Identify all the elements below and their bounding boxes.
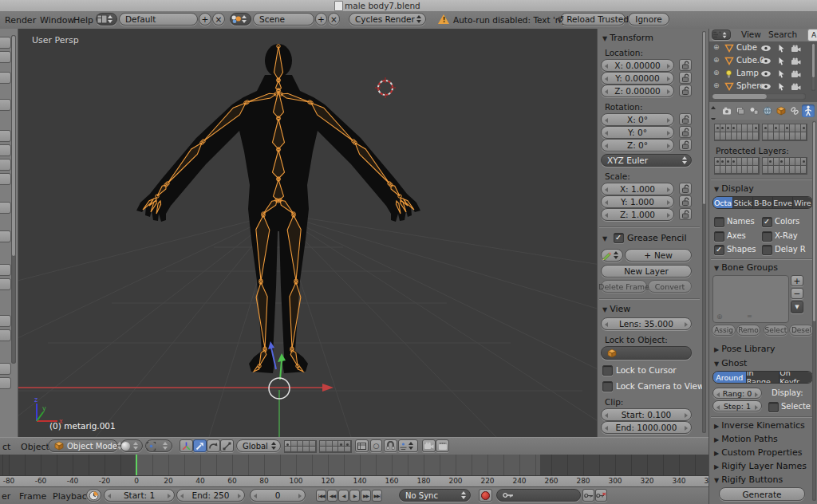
selectability-icon[interactable] [778, 69, 785, 78]
lock-camera-to-view-checkbox[interactable] [602, 381, 613, 392]
tool-button[interactable] [0, 159, 11, 171]
manipulator-scale-button[interactable] [220, 439, 234, 452]
tool-shelf-scrollbar[interactable] [11, 35, 16, 364]
orientation-dropdown[interactable]: Global [236, 439, 281, 452]
rigify-buttons-panel-header[interactable]: ▼Rigify Buttons [714, 474, 783, 485]
render-opengl-anim-button[interactable] [436, 439, 449, 452]
n-panel-scrollbar-thumb[interactable] [702, 31, 706, 205]
scale-x-field[interactable]: X: 1.000 [601, 183, 674, 195]
protected-layers-grid-1[interactable] [714, 157, 760, 175]
manipulator-translate-button[interactable] [193, 439, 207, 452]
axes-checkbox[interactable] [714, 231, 724, 242]
outliner-row[interactable]: ⊕ Cube [709, 42, 817, 54]
delete-layout-button[interactable]: × [212, 13, 225, 26]
grease-pencil-new-button[interactable]: +New [625, 249, 692, 262]
delete-keyframe-button[interactable] [595, 489, 607, 502]
ignore-button[interactable]: Ignore [628, 13, 669, 26]
editor-type-timeline-button[interactable] [86, 489, 101, 502]
custom-properties-panel-header[interactable]: ▶Custom Properties [714, 447, 802, 458]
tool-button[interactable] [0, 144, 11, 156]
lens-field[interactable]: Lens: 35.000 [601, 317, 692, 330]
timeline-playhead[interactable] [136, 455, 137, 475]
tool-button[interactable] [0, 264, 11, 276]
3d-cursor[interactable] [375, 77, 396, 98]
remove-bone-group-button[interactable]: − [791, 288, 803, 299]
clip-end-field[interactable]: End: 1000.000 [601, 421, 692, 434]
visibility-eye-icon[interactable] [760, 70, 772, 77]
colors-checkbox[interactable] [762, 217, 772, 227]
prev-keyframe-button[interactable]: ◀◀ [327, 490, 337, 502]
properties-scrollbar[interactable] [812, 121, 816, 501]
jump-to-start-button[interactable]: |◀◀ [316, 490, 326, 502]
jump-to-end-button[interactable]: ▶▶| [372, 490, 382, 502]
shading-dropdown[interactable] [120, 439, 143, 452]
delete-frame-button[interactable]: Delete Frame [601, 280, 647, 293]
tool-button[interactable] [0, 377, 11, 389]
grease-pencil-draw-mode-button[interactable] [601, 249, 623, 262]
visibility-eye-icon[interactable] [760, 57, 772, 65]
keying-set-field[interactable] [496, 489, 581, 502]
menu-help[interactable]: Help [73, 15, 93, 26]
add-bone-group-button[interactable]: + [791, 275, 803, 286]
ghost-selected-checkbox[interactable] [768, 402, 779, 412]
expand-icon[interactable]: ⊕ [713, 69, 720, 77]
current-frame-field[interactable]: 0 [250, 489, 306, 502]
lock-rotation-z-button[interactable] [679, 139, 692, 151]
names-checkbox[interactable] [714, 217, 724, 227]
display-panel-header[interactable]: ▼Display [714, 183, 754, 194]
play-button[interactable]: ▶ [349, 490, 360, 502]
lock-location-x-button[interactable] [679, 59, 692, 71]
reload-trusted-button[interactable]: ↺Reload Trusted [560, 13, 626, 26]
renderability-icon[interactable] [791, 83, 801, 91]
assign-button[interactable]: Assig [712, 325, 736, 336]
render-border-button[interactable] [355, 439, 369, 452]
render-opengl-button[interactable] [422, 439, 436, 452]
menu-select-partial[interactable]: ct [2, 442, 10, 452]
tab-armature-data[interactable] [802, 104, 815, 117]
start-frame-field[interactable]: Start: 1 [104, 489, 175, 502]
inverse-kinematics-panel-header[interactable]: ▶Inverse Kinematics [714, 420, 805, 431]
convert-button[interactable]: Convert [648, 280, 692, 293]
insert-keyframe-button[interactable] [582, 489, 594, 502]
lock-to-object-field[interactable] [601, 346, 692, 360]
ghost-on-keyframe[interactable]: On Keyfr [780, 372, 812, 383]
add-layout-button[interactable]: + [199, 13, 211, 26]
transform-panel-header[interactable]: ▼Transform [602, 33, 653, 43]
armature-layers-grid-1[interactable] [714, 124, 760, 141]
shapes-checkbox[interactable] [714, 245, 724, 255]
outliner-row[interactable]: ⊕ Sphere [709, 81, 817, 93]
lock-rotation-x-button[interactable] [679, 113, 692, 125]
tool-button[interactable] [0, 173, 11, 185]
renderability-icon[interactable] [791, 45, 801, 53]
visibility-eye-icon[interactable] [760, 45, 772, 52]
ghost-in-range[interactable]: In Range [747, 372, 780, 383]
renderability-icon[interactable] [791, 70, 801, 78]
sync-mode-dropdown[interactable]: No Sync [399, 489, 471, 502]
timeline-ruler[interactable]: -80-60-40-200204060801001201401601802002… [0, 475, 708, 486]
grease-pencil-checkbox[interactable] [614, 233, 624, 243]
outliner-hscrollbar[interactable] [712, 93, 806, 100]
bone-display-mode-segment[interactable]: Octa Stick B-Bo Enve Wire [712, 196, 813, 209]
display-mode-bbone[interactable]: B-Bo [753, 197, 773, 208]
display-mode-envelope[interactable]: Enve [773, 197, 793, 208]
grease-pencil-panel-header[interactable]: ▼ [602, 233, 610, 243]
bone-groups-panel-header[interactable]: ▼Bone Groups [714, 262, 778, 273]
render-engine-selector[interactable]: Cycles Render [349, 13, 426, 26]
visibility-eye-icon[interactable] [760, 83, 772, 90]
3d-viewport[interactable]: User Persp (0) metarig.001 z x y ▼Transf… [0, 29, 708, 437]
rotation-x-field[interactable]: X: 0° [601, 113, 674, 126]
lock-location-y-button[interactable] [679, 72, 692, 84]
tool-button[interactable] [0, 99, 11, 111]
menu-object[interactable]: Object [21, 442, 49, 452]
tool-shelf-partial[interactable] [0, 29, 18, 437]
rotation-y-field[interactable]: Y: 0° [601, 126, 674, 139]
clip-start-field[interactable]: Start: 0.100 [601, 408, 692, 421]
tab-render-layers[interactable] [734, 104, 747, 117]
new-layer-button[interactable]: New Layer [601, 265, 692, 278]
auto-keyframe-button[interactable] [479, 489, 492, 502]
bone-group-specials-button[interactable]: ▼ [791, 301, 803, 313]
menu-marker-partial[interactable]: er [2, 491, 10, 502]
location-z-field[interactable]: Z: 0.00000 [601, 85, 674, 97]
outliner-menu-search[interactable]: Search [768, 30, 797, 39]
lock-rotation-y-button[interactable] [679, 126, 692, 138]
